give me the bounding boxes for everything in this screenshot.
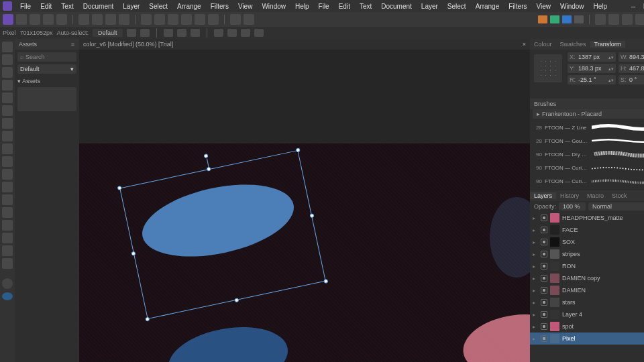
layer-row[interactable]: ▸stars [530, 296, 644, 308]
foreground-color-icon[interactable] [2, 292, 13, 300]
visibility-toggle[interactable] [541, 287, 547, 294]
toolbar-btn[interactable] [622, 14, 633, 25]
resize-handle[interactable] [309, 213, 314, 218]
resize-handle[interactable] [296, 147, 301, 152]
w-field[interactable]: W:894.3 px▴▾ [619, 52, 644, 62]
menu-window[interactable]: Window [258, 3, 290, 10]
menu-window[interactable]: Window [556, 3, 588, 10]
visibility-toggle[interactable] [541, 251, 547, 257]
expand-icon[interactable]: ▸ [533, 251, 538, 257]
layer-row[interactable]: ▸spot✎◇ [530, 320, 644, 333]
close-tab-icon[interactable]: × [523, 41, 526, 48]
toolbar-btn[interactable] [595, 14, 606, 25]
brush-row[interactable]: 90FTOON — Dry and Chunky✎ [530, 147, 644, 161]
resize-handle[interactable] [234, 298, 239, 302]
assets-subheading[interactable]: ▾ Assets [17, 78, 76, 84]
menu-text[interactable]: Text [57, 3, 77, 10]
menu-view[interactable]: View [532, 3, 555, 10]
brush-set-dropdown[interactable]: ▸ Frankentoon - Placard [533, 109, 644, 119]
expand-icon[interactable]: ▸ [533, 312, 538, 318]
flood-select-icon[interactable] [2, 93, 13, 103]
visibility-toggle[interactable] [541, 323, 547, 330]
toolbar-btn[interactable] [92, 14, 103, 25]
resize-handle[interactable] [131, 251, 136, 256]
blur-tool-icon[interactable] [2, 182, 13, 192]
toolbar-open-icon[interactable] [16, 14, 27, 25]
heal-tool-icon[interactable] [2, 156, 13, 167]
menu-edit[interactable]: Edit [335, 3, 354, 10]
document-tab[interactable]: color_v6 [Modified] (50.0%) [Trial] × [79, 39, 530, 50]
panel-menu-icon[interactable]: ≡ [71, 41, 75, 48]
layer-row[interactable]: ▸Layer 4✎◇ [530, 308, 644, 320]
pen-tool-icon[interactable] [2, 220, 13, 231]
layer-row[interactable]: ▸stripes [530, 248, 644, 260]
visibility-toggle[interactable] [541, 227, 547, 233]
menu-document[interactable]: Document [377, 3, 416, 10]
menu-help[interactable]: Help [590, 3, 612, 10]
toolbar-btn[interactable] [119, 14, 129, 25]
expand-icon[interactable]: ▸ [533, 300, 538, 306]
hand-tool-icon[interactable] [2, 245, 13, 256]
toolbar-save-icon[interactable] [30, 14, 40, 25]
layer-row[interactable]: ▸Pixel✎◇ [530, 333, 644, 345]
crop-tool-icon[interactable] [2, 67, 13, 78]
tab-stock[interactable]: Stock [608, 192, 631, 199]
tab-colour[interactable]: Colour [530, 41, 556, 48]
anchor-widget[interactable] [534, 54, 562, 82]
expand-icon[interactable]: ▸ [533, 239, 538, 245]
brush-row[interactable]: 90FTOON — Curing + Bristle✎ [530, 161, 644, 174]
menu-view[interactable]: View [234, 3, 257, 10]
toolbar-undo-icon[interactable] [43, 14, 54, 25]
toolbar-btn[interactable] [230, 14, 241, 25]
selection-bounds[interactable] [119, 150, 326, 319]
node-tool-icon[interactable] [2, 54, 13, 65]
brush-row[interactable]: 28FTOON — Z Line✎ [530, 121, 644, 134]
visibility-toggle[interactable] [541, 335, 547, 342]
toolbar-btn[interactable] [141, 14, 152, 25]
swatch-icon[interactable] [550, 15, 559, 23]
expand-icon[interactable]: ▸ [533, 288, 538, 294]
tab-swatches[interactable]: Swatches [556, 41, 590, 48]
resize-handle[interactable] [145, 317, 150, 322]
layer-row[interactable]: ▸DAMIEN [530, 284, 644, 296]
visibility-toggle[interactable] [541, 299, 547, 306]
tab-history[interactable]: History [556, 192, 583, 199]
layer-row[interactable]: ▸DAMIEN copy [530, 272, 644, 284]
dodge-tool-icon[interactable] [2, 169, 13, 180]
toolbar-btn[interactable] [608, 14, 619, 25]
fill-tool-icon[interactable] [2, 131, 13, 141]
resize-handle[interactable] [117, 186, 122, 190]
erase-tool-icon[interactable] [2, 118, 13, 129]
opacity-field[interactable]: 100 % [559, 202, 586, 210]
toolbar-btn[interactable] [78, 14, 89, 25]
toolbar-btn[interactable] [195, 14, 205, 25]
toolbar-btn[interactable] [105, 14, 116, 25]
align-left-icon[interactable] [164, 29, 173, 37]
visibility-toggle[interactable] [541, 263, 547, 269]
expand-icon[interactable]: ▸ [533, 215, 538, 221]
tab-layers[interactable]: Layers [530, 192, 556, 199]
align-mid-icon[interactable] [227, 29, 237, 37]
ctx-btn[interactable] [140, 29, 150, 37]
toolbar-btn[interactable] [181, 14, 192, 25]
h-field[interactable]: H:467.8 px▴▾ [619, 64, 644, 73]
resize-handle[interactable] [323, 279, 328, 284]
text-tool-icon[interactable] [2, 233, 13, 243]
move-tool-icon[interactable] [2, 42, 13, 52]
layer-row[interactable]: ▸RON [530, 260, 644, 272]
y-field[interactable]: Y:188.3 px▴▾ [568, 64, 616, 73]
selection-brush-icon[interactable] [2, 80, 13, 90]
toolbar-btn[interactable] [154, 14, 165, 25]
autoselect-dropdown[interactable]: Default [93, 29, 123, 37]
canvas[interactable] [79, 50, 530, 362]
menu-document[interactable]: Document [79, 3, 118, 10]
swatch-icon[interactable] [562, 15, 572, 23]
visibility-toggle[interactable] [541, 215, 547, 221]
menu-filters[interactable]: Filters [207, 3, 233, 10]
blend-dropdown[interactable]: Normal [588, 202, 644, 210]
menu-select[interactable]: Select [145, 3, 172, 10]
align-right-icon[interactable] [191, 29, 200, 37]
expand-icon[interactable]: ▸ [533, 263, 538, 269]
clone-tool-icon[interactable] [2, 143, 13, 154]
minimize-icon[interactable]: – [631, 2, 635, 11]
